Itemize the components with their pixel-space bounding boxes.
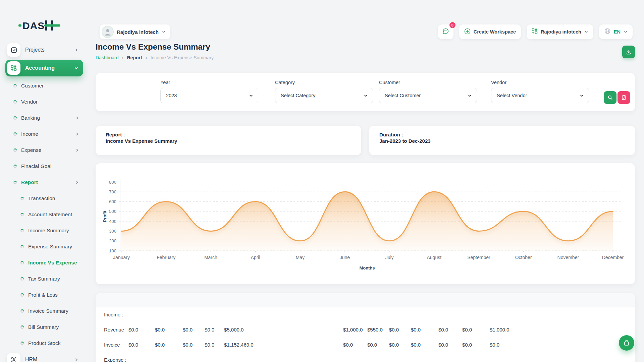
sidebar-item-income-vs-expense[interactable]: Income Vs Expense [0,255,88,271]
sidebar-item-expense[interactable]: Expense [0,142,88,158]
sidebar-item-report[interactable]: Report [0,174,88,190]
svg-text:100: 100 [109,248,116,253]
company-menu-label: Rajodiya infotech [541,29,581,35]
report-card-title: Report : [106,132,361,137]
chevron-down-icon [249,94,253,98]
shopping-bag-icon [623,339,630,347]
cell-value: $1,000.0 [490,322,635,337]
language-menu[interactable]: EN [599,24,633,39]
bullet-icon [20,309,24,313]
section-label: Income : [104,307,635,322]
sidebar-item-hrm[interactable]: HRM [5,351,83,362]
svg-text:August: August [427,255,441,260]
cell-value: $0.0 [205,337,224,352]
sidebar-item-income[interactable]: Income [0,126,88,142]
breadcrumb-report[interactable]: Report [127,55,142,60]
sidebar-item-transaction[interactable]: Transaction [0,190,88,206]
chevron-right-icon [75,180,79,184]
sidebar-item-finacial-goal[interactable]: Finacial Goal [0,158,88,174]
grid-plus-icon [532,28,538,36]
chevron-right-icon [75,116,79,120]
sidebar-item-invoice-summary[interactable]: Invoice Summary [0,303,88,319]
cell-value: $0.0 [343,337,367,352]
cell-value: $0.0 [438,337,462,352]
svg-text:DAS: DAS [22,20,45,31]
chevron-down-icon [162,30,166,34]
svg-text:June: June [340,255,350,260]
year-select[interactable]: 2023 [160,88,258,103]
sidebar-item-product-stock[interactable]: Product Stock [0,335,88,351]
svg-text:February: February [157,255,175,260]
svg-text:January: January [113,255,130,260]
topbar-actions: 0 Create Workspace Rajodiya infotech EN [438,24,633,39]
bullet-icon [20,197,24,200]
chevron-down-icon [624,30,628,34]
chevron-right-icon [75,148,79,152]
chevron-right-icon [74,358,78,362]
sidebar-item-bill-summary[interactable]: Bill Summary [0,319,88,335]
workspace-selector[interactable]: Rajodiya infotech [100,24,170,39]
apply-filter-button[interactable] [604,91,616,104]
sidebar-item-account-statement[interactable]: Account Statement [0,206,88,223]
sidebar-item-banking[interactable]: Banking [0,110,88,126]
cell-value: $0.0 [462,322,490,337]
section-row: Expense : [104,352,635,362]
checkbox-icon [7,43,20,57]
sidebar-item-vendor[interactable]: Vendor [0,94,88,110]
bullet-icon [20,277,24,281]
bullet-icon [13,116,17,120]
row-label: Invoice [104,337,128,352]
section-row: Income : [104,307,635,322]
svg-text:200: 200 [109,238,116,243]
cell-value: $0.0 [205,322,224,337]
breadcrumb: Dashboard Report Income Vs Expense Summa… [96,55,214,60]
sidebar-item-tax-summary[interactable]: Tax Summary [0,271,88,287]
cart-floating-button[interactable] [619,335,634,351]
company-menu[interactable]: Rajodiya infotech [527,24,593,39]
workspace-label: Rajodiya infotech [117,29,159,35]
bullet-icon [13,165,17,168]
cell-value: $0.0 [438,322,462,337]
plus-circle-icon [464,28,471,36]
cell-value: $0.0 [367,337,389,352]
category-select[interactable]: Select Category [275,88,373,103]
svg-text:600: 600 [109,199,116,204]
chat-bubble-icon [442,27,449,36]
breadcrumb-dashboard[interactable]: Dashboard [96,55,119,60]
chevron-down-icon [74,66,78,70]
download-button[interactable] [622,46,635,58]
svg-text:Profit: Profit [102,210,107,222]
sidebar-item-profit-loss[interactable]: Profit & Loss [0,287,88,303]
create-workspace-button[interactable]: Create Workspace [459,24,521,39]
bullet-icon [20,213,24,216]
customer-select[interactable]: Select Customer [379,88,477,103]
svg-text:400: 400 [109,219,116,224]
duration-card-value: Jan-2023 to Dec-2023 [379,138,635,144]
vendor-select[interactable]: Select Vendor [491,88,589,103]
sidebar-item-projects[interactable]: Projects [5,42,83,58]
cell-value: $5,000.0 [224,322,343,337]
svg-text:December: December [602,255,624,260]
cell-value: $1,000.0 [343,322,367,337]
bullet-icon [20,342,24,345]
cell-value: $0.0 [462,337,490,352]
file-slash-icon [621,95,627,100]
svg-text:November: November [557,255,579,260]
chevron-right-icon [74,48,78,52]
messages-button[interactable]: 0 [438,24,453,39]
user-avatar-icon [102,26,114,38]
cell-value: $0.0 [490,337,635,352]
page-title: Income Vs Expense Summary [96,42,210,52]
income-expense-table-card: TYPEJANUARYFEBRUARYMARCHAPRILMAYJUNEJULY… [96,293,635,362]
row-label: Revenue [104,322,128,337]
svg-text:March: March [204,255,217,260]
bullet-icon [13,181,17,184]
sidebar-item-accounting[interactable]: Accounting [5,60,83,76]
brand-logo[interactable]: DAS [18,19,65,32]
sidebar-item-income-summary[interactable]: Income Summary [0,223,88,239]
sidebar-item-customer[interactable]: Customer [0,78,88,94]
sidebar-item-expense-summary[interactable]: Expense Summary [0,239,88,255]
messages-badge: 0 [449,22,455,28]
reset-filter-button[interactable] [618,91,630,104]
language-label: EN [614,29,621,35]
